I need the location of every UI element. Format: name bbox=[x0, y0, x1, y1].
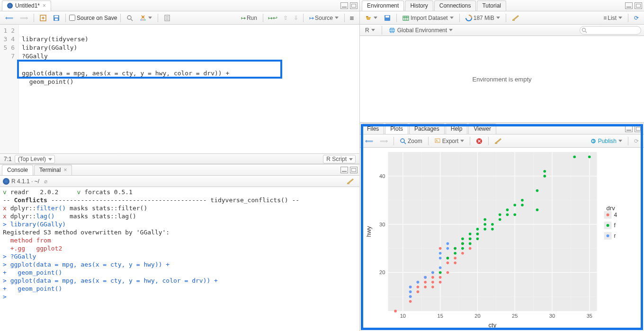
clear-plots-icon[interactable] bbox=[492, 136, 504, 146]
clear-console-icon[interactable] bbox=[344, 177, 357, 186]
svg-rect-15 bbox=[385, 16, 389, 18]
forward-icon[interactable]: ⟹ bbox=[18, 13, 30, 23]
minimize-icon[interactable] bbox=[340, 167, 348, 173]
scope-selector[interactable]: (Top Level) bbox=[15, 155, 55, 163]
svg-point-115 bbox=[424, 276, 427, 279]
env-search-input[interactable] bbox=[580, 26, 641, 35]
save-workspace-icon[interactable] bbox=[382, 13, 393, 23]
svg-point-112 bbox=[409, 290, 412, 293]
memory-usage[interactable]: 187 MiB bbox=[463, 13, 502, 23]
source-on-save-checkbox[interactable]: Source on Save bbox=[69, 15, 117, 21]
code-editor[interactable]: 1 2 3 4 5 6 7 library(tidyverse) library… bbox=[0, 25, 359, 153]
view-mode-button[interactable]: ≡ List bbox=[601, 13, 625, 23]
source-button[interactable]: ↦ Source bbox=[306, 13, 342, 23]
svg-point-108 bbox=[543, 170, 546, 173]
show-in-new-icon[interactable] bbox=[37, 13, 49, 23]
export-button[interactable]: Export bbox=[432, 136, 467, 146]
svg-point-81 bbox=[454, 252, 456, 255]
svg-point-87 bbox=[469, 237, 472, 240]
go-down-icon[interactable]: ⇩ bbox=[291, 13, 301, 23]
source-tab-untitled[interactable]: Untitled1* × bbox=[2, 0, 51, 11]
rerun-icon[interactable]: ↦↩ bbox=[266, 13, 280, 23]
language-selector[interactable]: R Script bbox=[323, 155, 356, 163]
svg-point-101 bbox=[513, 214, 516, 216]
env-body: Environment is empty bbox=[360, 36, 644, 123]
svg-point-50 bbox=[394, 310, 397, 313]
svg-text:f: f bbox=[614, 222, 616, 229]
zoom-button[interactable]: Zoom bbox=[397, 136, 425, 146]
language-selector[interactable]: R bbox=[363, 26, 377, 35]
source-tabbar: Untitled1* × bbox=[0, 0, 359, 11]
svg-point-61 bbox=[431, 281, 434, 284]
clear-objects-icon[interactable] bbox=[510, 13, 522, 23]
find-icon[interactable] bbox=[124, 13, 135, 23]
tab-viewer[interactable]: Viewer bbox=[468, 124, 496, 134]
publish-button[interactable]: Publish bbox=[588, 136, 625, 146]
svg-point-110 bbox=[588, 155, 591, 158]
svg-point-58 bbox=[424, 281, 427, 284]
import-dataset-button[interactable]: Import Dataset bbox=[400, 13, 456, 23]
svg-point-102 bbox=[513, 204, 516, 206]
maximize-icon[interactable] bbox=[350, 167, 358, 173]
tab-tutorial[interactable]: Tutorial bbox=[477, 0, 506, 11]
compile-report-icon[interactable] bbox=[161, 13, 173, 23]
tab-help[interactable]: Help bbox=[446, 124, 468, 134]
svg-point-95 bbox=[491, 228, 494, 231]
source-pane: Untitled1* × ⟸ ⟹ bbox=[0, 0, 359, 164]
tab-plots[interactable]: Plots bbox=[385, 124, 408, 134]
svg-point-135 bbox=[607, 214, 609, 216]
svg-point-55 bbox=[417, 286, 420, 288]
tab-terminal[interactable]: Terminal × bbox=[34, 165, 72, 175]
env-empty-label: Environment is empty bbox=[473, 76, 532, 83]
go-up-icon[interactable]: ⇧ bbox=[281, 13, 290, 23]
tab-history[interactable]: History bbox=[405, 0, 433, 11]
console-toolbar: R 4.1.1 · ~/ ⌀ bbox=[0, 176, 359, 187]
back-icon[interactable]: ⟸ bbox=[3, 13, 16, 23]
tab-files[interactable]: Files bbox=[362, 124, 384, 134]
next-plot-icon[interactable]: ⟹ bbox=[377, 136, 390, 146]
maximize-icon[interactable] bbox=[635, 125, 642, 132]
doc-outline-icon[interactable]: ≣ bbox=[347, 13, 357, 23]
console-output[interactable]: v readr 2.0.2 v forcats 0.5.1 -- Conflic… bbox=[0, 187, 359, 331]
load-workspace-icon[interactable] bbox=[363, 13, 380, 23]
tab-environment[interactable]: Environment bbox=[362, 0, 404, 11]
svg-point-71 bbox=[454, 257, 456, 259]
close-icon[interactable]: × bbox=[63, 167, 67, 173]
svg-point-138 bbox=[607, 224, 609, 227]
maximize-icon[interactable] bbox=[635, 2, 642, 9]
code-tools-icon[interactable] bbox=[137, 13, 154, 23]
tab-packages[interactable]: Packages bbox=[409, 124, 445, 134]
svg-point-116 bbox=[431, 271, 434, 274]
run-button[interactable]: ↦ Run bbox=[238, 13, 260, 23]
svg-point-117 bbox=[439, 266, 442, 269]
minimize-icon[interactable] bbox=[625, 2, 633, 9]
minimize-icon[interactable] bbox=[625, 125, 633, 132]
svg-point-97 bbox=[499, 218, 501, 221]
refresh-icon[interactable]: ⟳ bbox=[632, 13, 641, 23]
svg-text:20: 20 bbox=[474, 313, 480, 319]
svg-point-106 bbox=[536, 208, 539, 211]
source-status-bar: 7:1 (Top Level) R Script bbox=[0, 153, 359, 164]
svg-point-82 bbox=[454, 247, 456, 250]
svg-point-120 bbox=[447, 247, 449, 250]
env-tabbar: Environment History Connections Tutorial bbox=[360, 0, 644, 11]
prev-plot-icon[interactable]: ⟸ bbox=[363, 136, 376, 146]
minimize-icon[interactable] bbox=[340, 2, 348, 9]
line-gutter: 1 2 3 4 5 6 7 bbox=[0, 25, 19, 153]
svg-point-79 bbox=[439, 271, 442, 274]
svg-point-103 bbox=[521, 204, 524, 206]
svg-point-85 bbox=[461, 237, 464, 240]
svg-point-24 bbox=[401, 139, 404, 143]
maximize-icon[interactable] bbox=[350, 2, 358, 9]
remove-plot-icon[interactable] bbox=[474, 136, 485, 146]
svg-point-68 bbox=[447, 261, 449, 264]
close-icon[interactable]: × bbox=[43, 2, 46, 9]
tab-console[interactable]: Console bbox=[2, 165, 33, 175]
plot-canvas: 101520253035203040ctyhwydrv4fr bbox=[360, 148, 644, 331]
svg-rect-20 bbox=[512, 19, 515, 21]
svg-line-23 bbox=[585, 31, 587, 33]
tab-connections[interactable]: Connections bbox=[434, 0, 476, 11]
env-scope-selector[interactable]: Global Environment bbox=[386, 26, 455, 35]
refresh-plot-icon[interactable]: ⟳ bbox=[632, 136, 641, 146]
save-icon[interactable] bbox=[51, 13, 62, 23]
